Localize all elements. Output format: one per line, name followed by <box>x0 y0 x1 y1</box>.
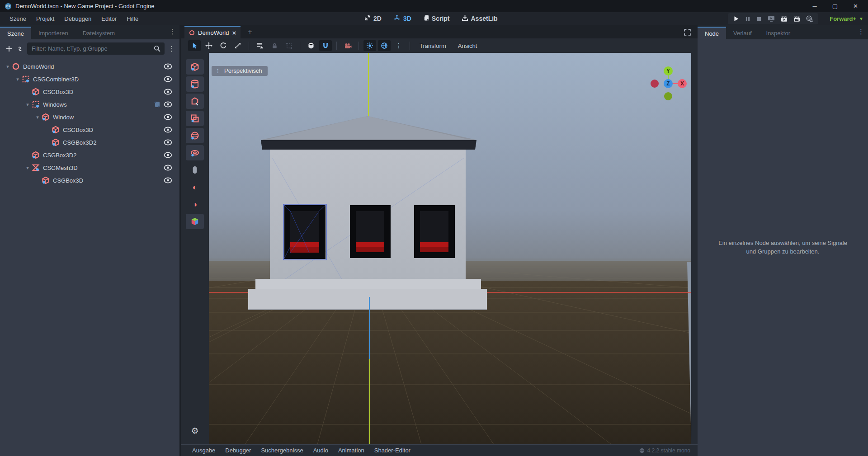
expand-viewport-icon[interactable] <box>684 28 691 36</box>
bottom-panel-shader-editor[interactable]: Shader-Editor <box>369 446 415 456</box>
collapse-icon[interactable]: ▾ <box>4 64 12 70</box>
mode-label: Script <box>432 15 450 22</box>
stop-button[interactable] <box>756 16 762 22</box>
view-menu[interactable]: Ansicht <box>452 42 483 49</box>
gridmap-button[interactable] <box>186 214 204 229</box>
mode-tab-script[interactable]: Script <box>423 14 450 23</box>
tree-item-csgbox3d[interactable]: CSGBox3D <box>0 174 179 187</box>
snap-button[interactable] <box>319 40 332 51</box>
visibility-eye-icon[interactable] <box>164 177 172 183</box>
maximize-button[interactable]: ▢ <box>832 3 838 9</box>
dock-options-icon[interactable]: ⋮ <box>858 28 864 36</box>
csg-torus-button[interactable] <box>186 145 204 160</box>
tab-dateisystem[interactable]: Dateisystem <box>75 27 123 39</box>
visibility-eye-icon[interactable] <box>164 152 172 158</box>
mode-tab-3d[interactable]: 3D <box>393 14 411 23</box>
close-icon[interactable]: × <box>232 29 236 37</box>
bottom-panel-ausgabe[interactable]: Ausgabe <box>187 446 220 456</box>
csg-sphere-button[interactable] <box>186 128 204 143</box>
gizmo-y-negative[interactable] <box>664 92 672 100</box>
menu-hilfe[interactable]: Hilfe <box>122 15 143 22</box>
menu-debuggen[interactable]: Debuggen <box>59 15 96 22</box>
collapse-icon[interactable]: ▾ <box>33 114 42 120</box>
gizmo-x-negative[interactable] <box>651 80 659 88</box>
transform-menu[interactable]: Transform <box>414 42 452 49</box>
csg-cylinder-button[interactable] <box>186 76 204 92</box>
tree-item-windows[interactable]: ▾Windows <box>0 98 179 111</box>
visibility-eye-icon[interactable] <box>164 101 172 108</box>
tree-item-csgcombiner3d[interactable]: ▾CSGCombiner3D <box>0 73 179 85</box>
visibility-eye-icon[interactable] <box>164 76 172 82</box>
tab-inspektor[interactable]: Inspektor <box>759 27 797 39</box>
play-button[interactable] <box>733 16 739 22</box>
preview-sunlight-button[interactable] <box>363 40 376 51</box>
tree-item-window[interactable]: ▾Window <box>0 111 179 123</box>
camera-preview-button[interactable] <box>341 40 354 51</box>
local-space-button[interactable] <box>305 40 317 51</box>
viewport-3d[interactable]: Y Z X ⋮ Perspektivisch <box>209 53 691 444</box>
visibility-eye-icon[interactable] <box>164 165 172 171</box>
list-select-button[interactable] <box>254 40 266 51</box>
visibility-eye-icon[interactable] <box>164 127 172 133</box>
csg-stack-button[interactable] <box>186 111 204 126</box>
menu-editor[interactable]: Editor <box>96 15 122 22</box>
renderer-selector[interactable]: Forward+ ▼ <box>830 12 863 25</box>
tab-verlauf[interactable]: Verlauf <box>726 27 759 39</box>
instance-scene-button[interactable] <box>16 45 24 52</box>
bottom-panel-audio[interactable]: Audio <box>308 446 333 456</box>
visibility-eye-icon[interactable] <box>164 139 172 146</box>
add-node-button[interactable] <box>5 45 13 52</box>
bottom-panel-debugger[interactable]: Debugger <box>220 446 256 456</box>
scene-filter-input[interactable] <box>27 42 165 55</box>
visibility-eye-icon[interactable] <box>164 114 172 120</box>
minimize-button[interactable]: ─ <box>813 3 817 9</box>
visibility-eye-icon[interactable] <box>164 63 172 70</box>
capsule-button[interactable] <box>186 162 204 178</box>
menu-projekt[interactable]: Projekt <box>31 15 59 22</box>
collapse-icon[interactable]: ▾ <box>24 102 32 108</box>
lock-button[interactable] <box>268 40 281 51</box>
projection-menu[interactable]: ⋮ Perspektivisch <box>212 66 268 76</box>
mode-tab-assetlib[interactable]: AssetLib <box>462 14 498 23</box>
move-tool-button[interactable] <box>203 40 215 51</box>
rotate-tool-button[interactable] <box>217 40 230 51</box>
tab-szene[interactable]: Szene <box>0 27 31 39</box>
collapse-icon[interactable]: ▾ <box>14 76 22 82</box>
play-scene-button[interactable] <box>781 16 788 22</box>
menu-szene[interactable]: Szene <box>5 15 31 22</box>
scale-tool-button[interactable] <box>231 40 244 51</box>
tree-item-csgmesh3d[interactable]: ▾CSGMesh3D <box>0 161 179 174</box>
visibility-eye-icon[interactable] <box>164 89 172 95</box>
dock-options-icon[interactable]: ⋮ <box>169 28 176 36</box>
tree-options-icon[interactable]: ⋮ <box>168 45 175 53</box>
csg-polygon-button[interactable] <box>186 94 204 109</box>
bottom-panel-suchergebnisse[interactable]: Suchergebnisse <box>256 446 308 456</box>
tree-item-csgbox3d2[interactable]: CSGBox3D2 <box>0 136 179 149</box>
play-custom-scene-button[interactable] <box>793 16 800 22</box>
tree-item-demoworld[interactable]: ▾DemoWorld <box>0 60 179 73</box>
tree-item-csgbox3d2[interactable]: CSGBox3D2 <box>0 149 179 161</box>
viewport-options-button[interactable]: ⋮ <box>392 40 405 51</box>
tree-item-csgbox3d[interactable]: CSGBox3D <box>0 85 179 98</box>
close-button[interactable]: ✕ <box>853 3 858 9</box>
tab-node[interactable]: Node <box>698 27 726 39</box>
preview-environment-button[interactable] <box>378 40 391 51</box>
scene-tab-demoworld[interactable]: DemoWorld × <box>184 26 241 38</box>
contrast-right-button[interactable]: ◑ <box>186 197 204 212</box>
remote-debug-button[interactable] <box>768 16 775 22</box>
movie-maker-button[interactable] <box>806 15 813 22</box>
collapse-icon[interactable]: ▾ <box>24 165 32 171</box>
tree-item-csgbox3d[interactable]: CSGBox3D <box>0 123 179 136</box>
mode-label: 3D <box>403 15 411 22</box>
viewport-settings-gear-icon[interactable]: ⚙ <box>191 427 198 435</box>
contrast-left-button[interactable]: ◐ <box>186 179 204 195</box>
mode-tab-2d[interactable]: 2D <box>364 14 382 23</box>
new-scene-tab-button[interactable]: ＋ <box>246 26 254 37</box>
pause-button[interactable] <box>745 16 750 22</box>
attached-script-icon[interactable] <box>154 101 160 108</box>
bottom-panel-animation[interactable]: Animation <box>333 446 369 456</box>
select-tool-button[interactable] <box>188 40 201 51</box>
csg-box-button[interactable] <box>186 59 204 75</box>
group-button[interactable] <box>283 40 295 51</box>
tab-importieren[interactable]: Importieren <box>31 27 75 39</box>
